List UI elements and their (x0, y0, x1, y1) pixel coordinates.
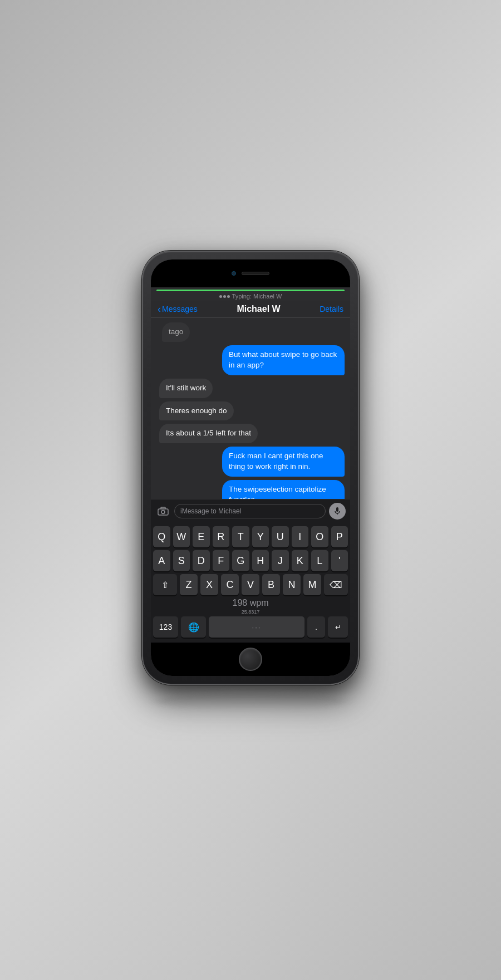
bubble-text: Its about a 1/5 left for that (166, 429, 251, 437)
key-v[interactable]: V (242, 574, 259, 595)
home-button[interactable] (239, 648, 262, 671)
key-a[interactable]: A (153, 550, 170, 571)
typing-dots-icon (219, 295, 230, 298)
key-u[interactable]: U (272, 526, 289, 547)
keyboard-speed: 198 wpm 25.8317 (153, 598, 348, 616)
bubble-sent-1: But what about swipe to go back in an ap… (222, 345, 345, 375)
key-y[interactable]: Y (252, 526, 269, 547)
return-key[interactable]: ↵ (328, 616, 348, 638)
top-bar (151, 259, 350, 287)
phone-reflection (156, 693, 345, 710)
phone-wrapper: Typing: Michael W ‹ Messages Michael W D… (134, 251, 367, 729)
bubble-sent-5: Fuck man I cant get this one thing to wo… (222, 447, 345, 477)
message-row-1: But what about swipe to go back in an ap… (156, 345, 345, 375)
input-placeholder: iMessage to Michael (180, 507, 241, 515)
back-label: Messages (162, 305, 198, 313)
key-b[interactable]: B (262, 574, 280, 595)
bubble-sent-6: The swipeselection capitolize function. (222, 480, 345, 499)
message-input[interactable]: iMessage to Michael (174, 504, 326, 518)
typing-label: Typing: Michael W (232, 293, 282, 300)
message-row-2: It'll stilt work (159, 379, 345, 398)
bubble-text: The swipeselection capitolize function. (229, 485, 326, 499)
svg-rect-3 (336, 507, 338, 512)
messages-area: tago But what about swipe to go back in … (151, 318, 350, 499)
nav-bar: ‹ Messages Michael W Details (151, 301, 350, 318)
input-bar: iMessage to Michael (151, 499, 350, 523)
shift-key[interactable]: ⇧ (153, 574, 177, 595)
phone-body: Typing: Michael W ‹ Messages Michael W D… (142, 251, 359, 685)
bubble-partial: tago (162, 322, 190, 342)
key-w[interactable]: W (173, 526, 190, 547)
details-button[interactable]: Details (320, 305, 343, 313)
keyboard-row-1: Q W E R T Y U I O P (153, 526, 348, 547)
key-j[interactable]: J (272, 550, 289, 571)
camera-lens (232, 271, 236, 276)
bubble-text: But what about swipe to go back in an ap… (229, 350, 337, 369)
globe-key[interactable]: 🌐 (181, 616, 206, 638)
wpm-display: 198 wpm (233, 598, 269, 607)
number-key[interactable]: 123 (153, 616, 178, 638)
svg-rect-2 (161, 507, 165, 509)
key-r[interactable]: R (213, 526, 230, 547)
typing-indicator: Typing: Michael W (219, 293, 282, 300)
key-k[interactable]: K (292, 550, 309, 571)
wpm-sub: 25.8317 (242, 609, 260, 615)
mic-button[interactable] (329, 503, 346, 520)
key-s[interactable]: S (173, 550, 190, 571)
keyboard-bottom-row: 123 🌐 ··· . ↵ (153, 616, 348, 638)
status-bar: Typing: Michael W (151, 287, 350, 301)
bubble-received-4: Its about a 1/5 left for that (159, 424, 258, 443)
back-arrow-icon: ‹ (158, 304, 161, 314)
delete-key[interactable]: ⌫ (324, 574, 348, 595)
message-row-6: The swipeselection capitolize function. … (156, 480, 345, 499)
keyboard-row-2: A S D F G H J K L ' (153, 550, 348, 571)
key-i[interactable]: I (292, 526, 309, 547)
key-t[interactable]: T (232, 526, 249, 547)
keyboard-row-3: ⇧ Z X C V B N M ⌫ (153, 574, 348, 595)
bubble-received-3: Theres enough do (159, 401, 234, 421)
key-d[interactable]: D (193, 550, 210, 571)
key-f[interactable]: F (213, 550, 230, 571)
key-q[interactable]: Q (153, 526, 170, 547)
message-row-4: Its about a 1/5 left for that (159, 424, 345, 443)
screen: Typing: Michael W ‹ Messages Michael W D… (151, 259, 350, 676)
key-c[interactable]: C (221, 574, 239, 595)
bubble-text: It'll stilt work (166, 384, 206, 392)
key-m[interactable]: M (303, 574, 321, 595)
key-z[interactable]: Z (180, 574, 198, 595)
bubble-received-2: It'll stilt work (159, 379, 213, 398)
period-key[interactable]: . (307, 616, 325, 638)
key-o[interactable]: O (311, 526, 328, 547)
message-row-3: Theres enough do (159, 401, 345, 421)
bubble-text: tago (169, 327, 183, 336)
key-e[interactable]: E (193, 526, 210, 547)
message-row-5: Fuck man I cant get this one thing to wo… (156, 447, 345, 477)
bubble-text: Theres enough do (166, 406, 227, 415)
keyboard: Q W E R T Y U I O P A S D F G (151, 523, 350, 643)
speaker-grille (242, 272, 269, 275)
space-key[interactable]: ··· (209, 616, 304, 638)
key-p[interactable]: P (331, 526, 348, 547)
svg-rect-0 (158, 509, 168, 515)
key-apostrophe[interactable]: ' (331, 550, 348, 571)
key-n[interactable]: N (283, 574, 301, 595)
home-area (151, 643, 350, 676)
camera-button[interactable] (155, 503, 171, 519)
svg-point-1 (161, 511, 165, 514)
key-l[interactable]: L (311, 550, 328, 571)
key-g[interactable]: G (232, 550, 249, 571)
message-row-partial: tago (159, 322, 345, 342)
key-x[interactable]: X (200, 574, 218, 595)
back-button[interactable]: ‹ Messages (158, 305, 198, 314)
bubble-text: Fuck man I cant get this one thing to wo… (229, 452, 323, 471)
green-indicator-bar (156, 290, 345, 291)
conversation-title: Michael W (237, 304, 280, 314)
key-h[interactable]: H (252, 550, 269, 571)
